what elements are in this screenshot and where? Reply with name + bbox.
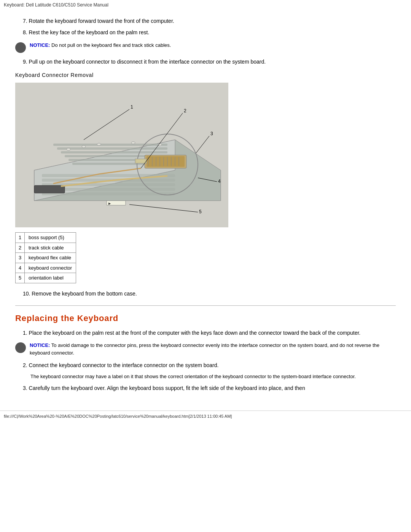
notice-block-2: NOTICE: To avoid damage to the connector… bbox=[15, 342, 396, 356]
step-8-number: 8. bbox=[23, 29, 27, 35]
replace-step-1-number: 1. bbox=[23, 330, 27, 336]
page-title: Keyboard: Dell Latitude C610/C510 Servic… bbox=[0, 0, 411, 10]
main-content: 7. Rotate the keyboard forward toward th… bbox=[0, 10, 411, 403]
notice-text-2: NOTICE: To avoid damage to the connector… bbox=[30, 342, 396, 356]
section-divider bbox=[15, 305, 396, 306]
replace-step-2: 2. Connect the keyboard connector to the… bbox=[23, 361, 396, 369]
step-8-text-content: Rest the key face of the keyboard on the… bbox=[29, 29, 150, 35]
step-10: 10. Remove the keyboard from the bottom … bbox=[23, 289, 396, 298]
notice-block-1: NOTICE: Do not pull on the keyboard flex… bbox=[15, 42, 396, 53]
svg-text:5: 5 bbox=[199, 209, 202, 214]
footer-path: file:///C|/Work%20Area%20-%20A/E%20DOC%2… bbox=[0, 411, 411, 422]
step-9-number: 9. bbox=[23, 59, 27, 65]
svg-point-18 bbox=[82, 145, 86, 148]
notice-icon-1 bbox=[15, 42, 26, 53]
table-row: 5orientation label bbox=[16, 273, 76, 283]
notice-content-2: To avoid damage to the connector pins, p… bbox=[30, 342, 379, 356]
table-row-label: boss support (5) bbox=[25, 233, 76, 243]
table-row-label: keyboard flex cable bbox=[25, 253, 76, 263]
notice-arrow-icon-2 bbox=[19, 346, 22, 350]
svg-point-14 bbox=[67, 148, 70, 150]
table-row: 2track stick cable bbox=[16, 243, 76, 253]
svg-text:3: 3 bbox=[210, 131, 213, 136]
table-row-number: 1 bbox=[16, 233, 25, 243]
notice-label-2: NOTICE: bbox=[30, 342, 50, 348]
notice-content-1: Do not pull on the keyboard flex and tra… bbox=[50, 42, 171, 48]
step-9-text-content: Pull up on the keyboard connector to dis… bbox=[29, 59, 266, 65]
step-9: 9. Pull up on the keyboard connector to … bbox=[23, 58, 396, 66]
step-7-text-content: Rotate the keyboard forward toward the f… bbox=[29, 18, 174, 24]
table-row: 3keyboard flex cable bbox=[16, 253, 76, 263]
table-row-number: 3 bbox=[16, 253, 25, 263]
table-row: 4keyboard connector bbox=[16, 263, 76, 273]
svg-rect-33 bbox=[136, 160, 145, 163]
table-row-label: track stick cable bbox=[25, 243, 76, 253]
svg-text:1: 1 bbox=[131, 104, 133, 110]
table-row-label: keyboard connector bbox=[25, 263, 76, 273]
replace-step-1-text-content: Place the keyboard on the palm rest at t… bbox=[29, 330, 361, 336]
replace-step-3-number: 3. bbox=[23, 385, 27, 391]
step-10-text-content: Remove the keyboard from the bottom case… bbox=[32, 291, 137, 297]
parts-table: 1boss support (5)2track stick cable3keyb… bbox=[15, 232, 76, 283]
section-heading-keyboard-connector: Keyboard Connector Removal bbox=[15, 72, 396, 78]
table-row: 1boss support (5) bbox=[16, 233, 76, 243]
svg-rect-19 bbox=[34, 185, 65, 193]
step-7-number: 7. bbox=[23, 18, 27, 24]
diagram-svg: 1 2 3 4 5 ▶ bbox=[15, 83, 228, 227]
step-7: 7. Rotate the keyboard forward toward th… bbox=[23, 17, 396, 25]
indented-note: The keyboard connector may have a label … bbox=[30, 373, 396, 381]
table-row-label: orientation label bbox=[25, 273, 76, 283]
svg-point-16 bbox=[131, 142, 135, 144]
replace-step-2-number: 2. bbox=[23, 362, 27, 368]
replacing-heading: Replacing the Keyboard bbox=[15, 313, 396, 323]
svg-rect-9 bbox=[57, 147, 167, 150]
svg-text:4: 4 bbox=[218, 179, 221, 184]
keyboard-connector-diagram: 1 2 3 4 5 ▶ bbox=[15, 83, 396, 228]
table-row-number: 4 bbox=[16, 263, 25, 273]
svg-rect-8 bbox=[53, 144, 167, 146]
svg-text:▶: ▶ bbox=[108, 202, 111, 205]
notice-label-1: NOTICE: bbox=[30, 42, 50, 48]
svg-rect-10 bbox=[61, 151, 167, 153]
svg-text:2: 2 bbox=[184, 108, 186, 113]
table-row-number: 2 bbox=[16, 243, 25, 253]
notice-icon-2 bbox=[15, 342, 26, 353]
step-10-number: 10. bbox=[23, 291, 30, 297]
step-8: 8. Rest the key face of the keyboard on … bbox=[23, 28, 396, 37]
table-row-number: 5 bbox=[16, 273, 25, 283]
svg-point-15 bbox=[97, 143, 101, 145]
replace-step-1: 1. Place the keyboard on the palm rest a… bbox=[23, 329, 396, 337]
replace-step-3: 3. Carefully turn the keyboard over. Ali… bbox=[23, 384, 396, 392]
replace-step-2-text-content: Connect the keyboard connector to the in… bbox=[29, 362, 219, 368]
notice-arrow-icon bbox=[19, 46, 22, 50]
notice-text-1: NOTICE: Do not pull on the keyboard flex… bbox=[30, 42, 171, 49]
replace-step-3-text-content: Carefully turn the keyboard over. Align … bbox=[29, 385, 305, 391]
